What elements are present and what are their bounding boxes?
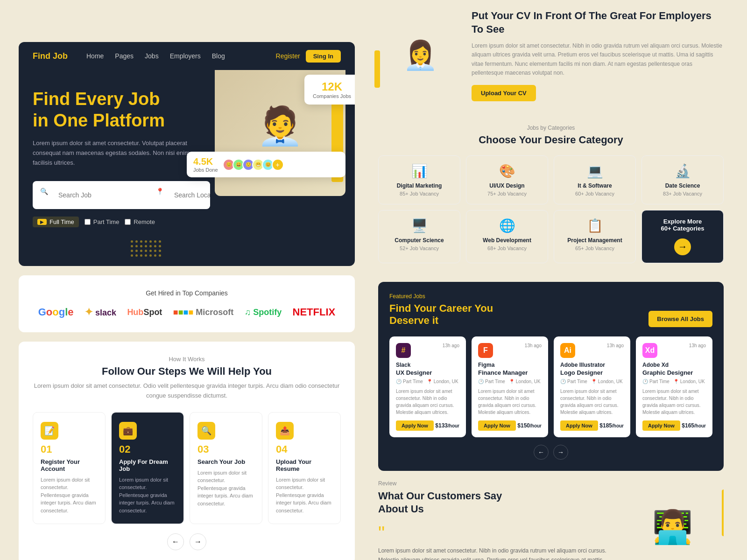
browse-all-jobs-button[interactable]: Browse All Jobs xyxy=(648,311,712,327)
job-0-desc: Lorem ipsum dolor sit amet consectetur. … xyxy=(396,388,459,416)
cv-person-image: 👩‍💼 xyxy=(403,39,438,72)
job-card-3-header: Xd 13h ago xyxy=(642,343,706,358)
dots-pattern xyxy=(131,240,161,257)
categories-grid: 📊 Digital Marketing 85+ Job Vacancy 🎨 UI… xyxy=(378,155,724,263)
nav-actions: Register Sing In xyxy=(276,50,341,63)
cat-uiux[interactable]: 🎨 UI/UX Design 75+ Job Vacancy xyxy=(466,155,548,204)
cat-it-software[interactable]: 💻 It & Software 60+ Job Vacancy xyxy=(554,155,636,204)
upload-cv-button[interactable]: Upload Your CV xyxy=(472,85,536,101)
featured-section: Featured Jobs Find Your Career You Deser… xyxy=(378,282,724,471)
google-logo: Google xyxy=(38,306,74,318)
navbar: Find Job Home Pages Jobs Employers Blog … xyxy=(19,42,355,70)
how-it-works-section: How It Works Follow Our Steps We Will He… xyxy=(19,342,355,560)
categories-title: Choose Your Desire Category xyxy=(378,134,724,146)
filter-tags: ▶ Full Time Part Time Remote xyxy=(33,217,210,227)
job-0-location: 📍 London, UK xyxy=(427,379,458,384)
apply-job-3-button[interactable]: Apply Now xyxy=(642,420,680,431)
cat-project-mgmt[interactable]: 📋 Project Management 65+ Job Vacancy xyxy=(554,210,636,263)
location-icon: 📍 xyxy=(151,184,166,206)
parttime-checkbox[interactable] xyxy=(85,219,91,225)
hero-content: Find Every Job in One Platform Lorem ips… xyxy=(33,89,210,227)
job-card-2-header: Ai 13h ago xyxy=(560,343,624,358)
cat-computer-science[interactable]: 🖥️ Computer Science 52+ Job Vacancy xyxy=(378,210,460,263)
spotify-logo: ♫ Spotify xyxy=(245,308,282,317)
illustrator-company-icon: Ai xyxy=(560,343,575,358)
job-card-0: # 13h ago Slack UX Designer 🕐 Part Time … xyxy=(389,336,466,437)
jobs-done-badge: 4.5K Jobs Done 😊 😄 🙂 😁 😊 + xyxy=(187,152,345,177)
step-1-desc: Lorem ipsum dolor sit consectetur. Pelle… xyxy=(41,476,98,515)
job-3-title: Graphic Designer xyxy=(642,369,706,376)
nav-home[interactable]: Home xyxy=(86,52,104,60)
job-card-0-header: # 13h ago xyxy=(396,343,459,358)
search-job-input[interactable] xyxy=(53,184,146,206)
nav-pages[interactable]: Pages xyxy=(115,52,134,60)
featured-prev-button[interactable]: ← xyxy=(534,445,549,460)
job-card-2: Ai 13h ago Adobe Illustrator Logo Design… xyxy=(554,336,630,437)
netflix-logo: NETFLIX xyxy=(293,306,336,318)
cat-name-5: Web Development xyxy=(474,237,540,244)
cat-name-0: Digital Marketing xyxy=(386,182,452,189)
cat-name-6: Project Management xyxy=(562,237,628,244)
nav-employers[interactable]: Employers xyxy=(170,52,201,60)
search-location-input[interactable] xyxy=(169,184,210,206)
signin-button[interactable]: Sing In xyxy=(306,50,341,63)
job-3-company: Adobe Xd xyxy=(642,362,706,368)
review-image-area: 👨‍💻 xyxy=(621,480,724,560)
steps-prev-button[interactable]: ← xyxy=(167,533,184,550)
project-mgmt-icon: 📋 xyxy=(562,218,628,233)
apply-job-2-button[interactable]: Apply Now xyxy=(560,420,598,431)
review-image-box: 👨‍💻 xyxy=(621,480,724,560)
job-3-salary: $165/hour xyxy=(682,422,706,429)
step-3-desc: Lorem ipsum dolor sit consectetur. Pelle… xyxy=(197,469,254,508)
featured-next-button[interactable]: → xyxy=(553,445,568,460)
slack-logo: ✦ slack xyxy=(85,306,116,318)
step-2-desc: Lorem ipsum dolor sit consectetur. Pelle… xyxy=(119,476,176,515)
job-1-location: 📍 London, UK xyxy=(509,379,541,384)
remote-checkbox[interactable] xyxy=(125,219,131,225)
cat-digital-marketing[interactable]: 📊 Digital Marketing 85+ Job Vacancy xyxy=(378,155,460,204)
slack-company-icon: # xyxy=(396,343,411,358)
cat-name-2: It & Software xyxy=(562,182,628,189)
step-3-icon: 🔍 xyxy=(197,422,215,440)
step-4-title: Upload Your Resume xyxy=(276,458,333,472)
step-4-desc: Lorem ipsum dolor sit consectetur. Pelle… xyxy=(276,476,333,515)
apply-job-0-button[interactable]: Apply Now xyxy=(396,420,434,431)
cat-data-science[interactable]: 🔬 Date Science 83+ Job Vacancy xyxy=(641,155,724,204)
filter-parttime[interactable]: Part Time xyxy=(85,218,120,225)
step-4: 📤 04 Upload Your Resume Lorem ipsum dolo… xyxy=(268,412,341,525)
filter-fulltime[interactable]: ▶ Full Time xyxy=(33,217,79,227)
job-1-title: Finance Manager xyxy=(478,369,542,376)
jobs-done-info: 4.5K Jobs Done xyxy=(193,156,218,173)
how-desc: Lorem ipsum dolor sit amet consectetur. … xyxy=(33,381,341,401)
cat-name-3: Date Science xyxy=(649,182,716,189)
job-3-meta: 🕐 Part Time 📍 London, UK xyxy=(642,379,706,384)
step-1-icon: 📝 xyxy=(41,422,58,440)
avatar-row: 😊 😄 🙂 😁 😊 + xyxy=(223,159,284,171)
step-2: 💼 02 Apply For Dream Job Lorem ipsum dol… xyxy=(111,412,184,525)
companies-strip: Get Hired in Top Companies Google ✦ slac… xyxy=(19,275,355,332)
filter-remote[interactable]: Remote xyxy=(125,218,155,225)
review-section: Review What Our Customers Say About Us "… xyxy=(378,480,724,560)
how-title: Follow Our Steps We Will Help You xyxy=(33,365,341,378)
cat-web-dev[interactable]: 🌐 Web Development 68+ Job Vacancy xyxy=(466,210,548,263)
explore-arrow[interactable]: → xyxy=(674,238,691,255)
companies-title: Get Hired in Top Companies xyxy=(33,289,341,297)
company-logos: Google ✦ slack HubSpot ■■■■ Microsoft ♫ … xyxy=(33,306,341,318)
hero-title: Find Every Job in One Platform xyxy=(33,89,210,131)
step-1: 📝 01 Register Your Account Lorem ipsum d… xyxy=(33,412,106,525)
cat-explore-more[interactable]: Explore More60+ Categories → xyxy=(641,210,724,263)
register-link[interactable]: Register xyxy=(276,52,300,60)
job-0-salary: $133/hour xyxy=(435,422,459,429)
apply-job-1-button[interactable]: Apply Now xyxy=(478,420,516,431)
quote-icon: " xyxy=(378,524,612,542)
review-text: Lorem ipsum dolor sit amet consectetur. … xyxy=(378,546,612,560)
data-science-icon: 🔬 xyxy=(649,163,716,179)
steps-next-button[interactable]: → xyxy=(190,533,206,550)
cv-yellow-bar xyxy=(374,50,380,88)
job-card-1: F 13h ago Figma Finance Manager 🕐 Part T… xyxy=(472,336,548,437)
featured-header: Featured Jobs Find Your Career You Deser… xyxy=(389,293,712,327)
step-3: 🔍 03 Search Your Job Lorem ipsum dolor s… xyxy=(190,412,262,525)
nav-jobs[interactable]: Jobs xyxy=(145,52,159,60)
step-2-icon: 💼 xyxy=(119,422,137,440)
nav-blog[interactable]: Blog xyxy=(212,52,225,60)
